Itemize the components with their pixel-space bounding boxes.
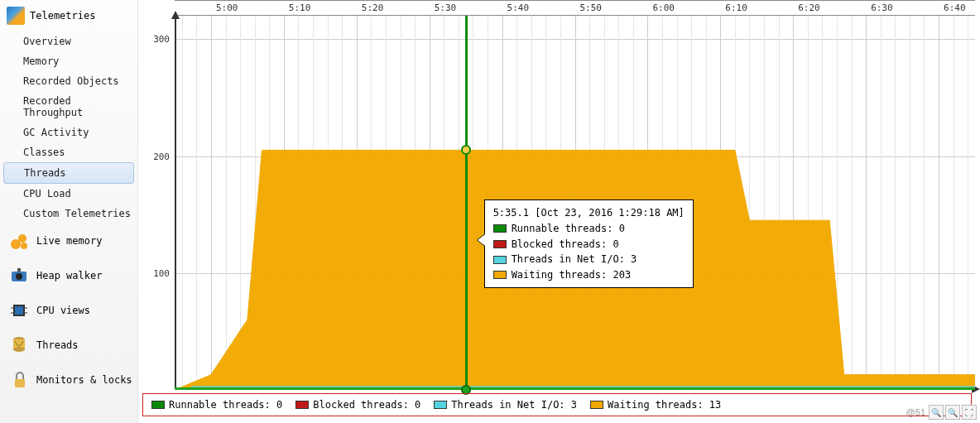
cpu-views-icon [8,300,30,321]
sidebar-header[interactable]: Telemetries [0,3,137,31]
heap-walker-icon [8,265,30,286]
tooltip-text: Runnable threads: 0 [512,221,625,237]
sidebar-item-overview[interactable]: Overview [0,31,137,51]
tooltip-time: 5:35.1 [Oct 23, 2016 1:29:18 AM] [493,205,685,221]
legend-text: Waiting threads: 13 [608,399,721,411]
legend-item: Threads in Net I/O: 3 [434,399,577,411]
svg-point-2 [21,243,27,249]
svg-rect-15 [15,379,25,387]
color-swatch [151,401,165,409]
svg-point-4 [16,273,22,280]
time-tick-label: 5:40 [507,2,530,13]
time-tick-label: 5:20 [362,2,384,13]
time-tick-label: 5:00 [216,2,238,13]
sidebar-section-monitors-locks[interactable]: Monitors & locks [0,363,137,397]
color-swatch [493,271,507,279]
sidebar-item-threads[interactable]: Threads [3,162,134,184]
legend-text: Threads in Net I/O: 3 [451,399,577,411]
time-tick-label: 6:10 [725,2,747,13]
sidebar-sub-list: OverviewMemoryRecorded ObjectsRecorded T… [0,31,137,224]
corner-toolbar: @51 🔍 🔍 ⛶ [906,405,977,420]
sidebar-item-custom-telemetries[interactable]: Custom Telemetries [0,204,137,224]
sidebar: Telemetries OverviewMemoryRecorded Objec… [0,0,138,423]
legend-item: Blocked threads: 0 [295,399,420,411]
sidebar-title: Telemetries [30,10,95,22]
color-swatch [434,401,447,409]
svg-rect-7 [15,306,23,315]
telemetries-icon [7,7,25,25]
chart-cursor[interactable] [465,16,468,390]
y-tick-label: 200 [145,151,170,161]
zoom-in-button[interactable]: 🔍 [929,405,944,420]
sidebar-section-live-memory[interactable]: Live memory [0,224,137,258]
section-label: Live memory [36,235,102,247]
tooltip-text: Blocked threads: 0 [512,237,619,252]
plot[interactable]: 5:35.1 [Oct 23, 2016 1:29:18 AM] Runnabl… [175,16,975,390]
sidebar-item-recorded-throughput[interactable]: Recorded Throughput [0,91,137,123]
fit-button[interactable]: ⛶ [962,405,977,420]
y-tick-label: 100 [145,267,170,278]
sidebar-section-cpu-views[interactable]: CPU views [0,293,137,328]
svg-point-1 [18,234,26,243]
threads-icon [8,334,30,356]
section-label: Threads [36,339,79,351]
tooltip-row: Threads in Net I/O: 3 [493,252,685,267]
chart-tooltip: 5:35.1 [Oct 23, 2016 1:29:18 AM] Runnabl… [484,199,694,288]
svg-rect-5 [17,268,21,272]
sidebar-item-classes[interactable]: Classes [0,142,137,162]
section-label: Monitors & locks [36,374,132,386]
chart-area[interactable]: 5:005:105:205:305:405:506:006:106:206:30… [138,0,980,390]
legend-item: Waiting threads: 13 [590,399,721,411]
tooltip-pointer-icon [477,233,485,247]
color-swatch [295,401,309,409]
time-tick-label: 6:00 [652,2,675,13]
time-tick-label: 6:30 [871,2,893,13]
tooltip-row: Runnable threads: 0 [493,221,685,237]
legend-bar: Runnable threads: 0Blocked threads: 0Thr… [142,393,972,416]
tooltip-row: Waiting threads: 203 [493,267,685,283]
legend-text: Runnable threads: 0 [169,399,282,411]
sidebar-item-gc-activity[interactable]: GC Activity [0,123,137,142]
color-swatch [493,224,507,233]
svg-point-14 [13,347,25,352]
main-panel: 5:005:105:205:305:405:506:006:106:206:30… [138,0,980,423]
zoom-out-button[interactable]: 🔍 [945,405,960,420]
time-tick-label: 6:40 [944,2,966,13]
section-label: CPU views [36,305,90,316]
time-tick-label: 5:30 [435,2,457,13]
sidebar-item-memory[interactable]: Memory [0,51,137,71]
color-swatch [493,256,507,264]
section-label: Heap walker [36,270,102,281]
tooltip-row: Blocked threads: 0 [493,237,685,252]
legend-text: Blocked threads: 0 [313,399,420,411]
monitors-locks-icon [8,369,30,391]
time-tick-label: 6:20 [798,2,820,13]
y-tick-label: 300 [145,34,170,45]
sidebar-item-recorded-objects[interactable]: Recorded Objects [0,71,137,91]
sidebar-section-threads[interactable]: Threads [0,328,137,363]
sidebar-section-heap-walker[interactable]: Heap walker [0,258,137,293]
color-swatch [590,401,603,409]
time-tick-label: 5:10 [289,2,311,13]
live-memory-icon [8,230,30,252]
legend-item: Runnable threads: 0 [151,399,282,411]
time-axis: 5:005:105:205:305:405:506:006:106:206:30… [175,0,975,16]
cursor-marker-top [461,145,471,155]
color-swatch [493,240,507,248]
tooltip-text: Waiting threads: 203 [512,267,632,283]
runnable-line [175,387,975,390]
tooltip-text: Threads in Net I/O: 3 [512,252,637,267]
time-tick-label: 5:50 [580,2,603,13]
sidebar-item-cpu-load[interactable]: CPU Load [0,184,137,204]
corner-label: @51 [906,407,925,417]
